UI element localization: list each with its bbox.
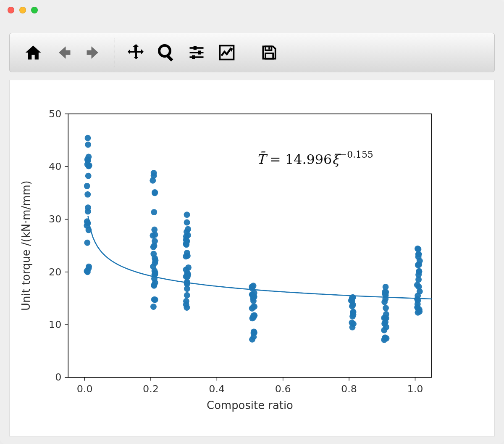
app-window: 0.00.20.40.60.81.001020304050Composite r… bbox=[0, 0, 504, 444]
pan-icon bbox=[126, 42, 146, 63]
axes-button[interactable] bbox=[212, 37, 242, 68]
data-point bbox=[349, 320, 355, 326]
svg-text:1.0: 1.0 bbox=[407, 383, 423, 395]
data-point bbox=[184, 274, 191, 280]
data-point bbox=[150, 304, 157, 310]
data-point bbox=[415, 309, 421, 316]
toolbar-separator bbox=[248, 38, 248, 67]
data-point bbox=[249, 336, 255, 343]
data-point bbox=[184, 292, 190, 299]
svg-text:0.4: 0.4 bbox=[209, 383, 225, 395]
titlebar bbox=[0, 0, 504, 20]
data-point bbox=[416, 269, 423, 275]
svg-text:0.6: 0.6 bbox=[275, 383, 291, 395]
svg-text:40: 40 bbox=[49, 161, 61, 172]
data-point bbox=[415, 246, 421, 252]
svg-text:10: 10 bbox=[49, 319, 61, 330]
data-point bbox=[85, 142, 91, 148]
data-point bbox=[150, 244, 157, 250]
svg-rect-6 bbox=[198, 50, 201, 54]
data-point bbox=[85, 135, 91, 141]
data-point bbox=[383, 324, 389, 330]
svg-text:0.0: 0.0 bbox=[77, 383, 93, 395]
save-icon bbox=[260, 43, 278, 62]
data-point bbox=[152, 232, 158, 238]
home-button[interactable] bbox=[18, 37, 48, 68]
content-area: 0.00.20.40.60.81.001020304050Composite r… bbox=[0, 20, 504, 444]
data-point bbox=[152, 257, 158, 264]
svg-rect-9 bbox=[265, 46, 272, 50]
data-point bbox=[84, 183, 90, 189]
home-icon bbox=[24, 43, 42, 62]
data-point bbox=[249, 292, 256, 298]
data-point bbox=[349, 303, 355, 309]
data-point bbox=[382, 334, 388, 341]
zoom-button[interactable] bbox=[151, 37, 181, 68]
data-point bbox=[251, 329, 257, 336]
toolbar-separator bbox=[115, 38, 115, 67]
data-point bbox=[151, 296, 158, 303]
data-point bbox=[86, 264, 92, 270]
data-point bbox=[383, 311, 389, 317]
data-point bbox=[183, 253, 189, 259]
back-icon bbox=[54, 43, 73, 62]
close-button[interactable] bbox=[8, 7, 14, 13]
svg-text:0.2: 0.2 bbox=[143, 383, 159, 395]
fullscreen-button[interactable] bbox=[31, 7, 38, 13]
data-point bbox=[249, 305, 255, 312]
data-point bbox=[185, 264, 192, 271]
data-point bbox=[183, 241, 189, 247]
minimize-button[interactable] bbox=[19, 7, 26, 13]
svg-rect-11 bbox=[268, 47, 270, 50]
data-point bbox=[183, 301, 189, 308]
pan-button[interactable] bbox=[121, 37, 151, 68]
data-point bbox=[250, 314, 257, 320]
svg-text:0.8: 0.8 bbox=[341, 383, 357, 395]
subplots-button[interactable] bbox=[181, 37, 212, 68]
data-point bbox=[85, 173, 92, 179]
data-point bbox=[350, 312, 357, 318]
forward-icon bbox=[84, 43, 103, 62]
chart-svg: 0.00.20.40.60.81.001020304050Composite r… bbox=[10, 80, 494, 436]
data-point bbox=[85, 158, 91, 164]
data-point bbox=[415, 251, 422, 257]
traffic-lights bbox=[8, 7, 38, 13]
fit-equation: T̄ = 14.996ξ−0.155 bbox=[257, 149, 373, 167]
data-point bbox=[84, 191, 91, 198]
data-point bbox=[417, 258, 423, 264]
plot-canvas[interactable]: 0.00.20.40.60.81.001020304050Composite r… bbox=[9, 80, 495, 436]
back-button[interactable] bbox=[48, 37, 79, 68]
svg-rect-4 bbox=[190, 56, 204, 58]
data-point bbox=[150, 264, 156, 270]
zoom-icon bbox=[156, 42, 176, 63]
data-point bbox=[185, 232, 191, 238]
data-point bbox=[383, 305, 389, 311]
matplotlib-toolbar bbox=[9, 33, 495, 72]
data-point bbox=[415, 276, 422, 283]
svg-text:0: 0 bbox=[55, 371, 61, 383]
axes-icon bbox=[218, 43, 236, 62]
data-point bbox=[185, 226, 191, 233]
data-point bbox=[184, 219, 190, 225]
data-point bbox=[151, 282, 157, 288]
svg-text:30: 30 bbox=[49, 213, 61, 225]
svg-text:50: 50 bbox=[49, 108, 61, 120]
svg-text:20: 20 bbox=[49, 266, 61, 278]
data-point bbox=[184, 211, 190, 218]
svg-rect-3 bbox=[190, 52, 204, 53]
data-point bbox=[152, 190, 158, 196]
fit-curve bbox=[88, 216, 431, 299]
data-point bbox=[84, 240, 90, 246]
data-point bbox=[416, 283, 422, 290]
data-point bbox=[150, 177, 156, 184]
x-axis-label: Composite ratio bbox=[207, 399, 293, 412]
subplots-icon bbox=[187, 43, 206, 62]
svg-rect-7 bbox=[192, 55, 195, 59]
data-point bbox=[249, 285, 255, 291]
forward-button[interactable] bbox=[79, 37, 109, 68]
data-point bbox=[85, 208, 91, 214]
data-point bbox=[151, 209, 157, 215]
svg-rect-5 bbox=[194, 46, 197, 50]
save-button[interactable] bbox=[254, 37, 284, 68]
svg-rect-10 bbox=[265, 53, 273, 59]
